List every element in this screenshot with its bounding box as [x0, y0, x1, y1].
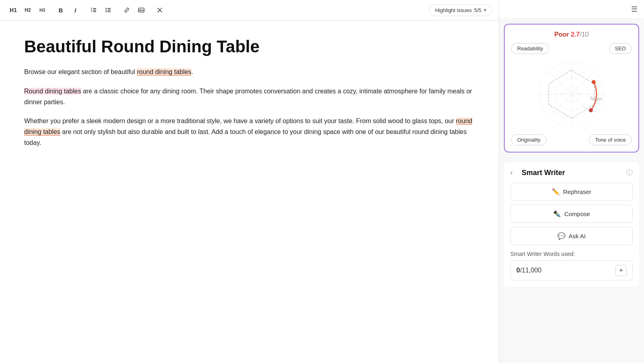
- expand-icon[interactable]: ›: [510, 169, 518, 177]
- highlight-count: 5/5: [474, 7, 481, 13]
- add-words-button[interactable]: +: [615, 265, 627, 276]
- ask-ai-button[interactable]: 💬 Ask AI: [510, 227, 633, 245]
- originality-tab[interactable]: Originality: [511, 134, 547, 145]
- italic-button[interactable]: I: [68, 3, 82, 17]
- score-tabs-row-top: Readability SEO: [511, 43, 632, 54]
- svg-text:3: 3: [91, 10, 92, 12]
- highlight-round-dining-tables-3: round dining tables: [24, 118, 472, 136]
- rephraser-button[interactable]: ✏️ Rephraser: [510, 183, 633, 201]
- unordered-list-button[interactable]: [101, 3, 115, 17]
- ask-ai-icon: 💬: [557, 232, 566, 240]
- image-button[interactable]: [134, 3, 148, 17]
- highlight-round-dining-tables-1: round dining tables: [137, 68, 191, 76]
- paragraph-2: Round dining tables are a classic choice…: [24, 86, 475, 107]
- svg-point-10: [105, 10, 107, 11]
- readability-tab[interactable]: Readability: [511, 43, 549, 54]
- heading-group: H1 H2 H3: [6, 3, 49, 17]
- rephraser-icon: ✏️: [552, 188, 560, 196]
- svg-point-25: [589, 108, 593, 112]
- ask-ai-label: Ask AI: [569, 233, 586, 239]
- h3-button[interactable]: H3: [35, 3, 49, 17]
- highlight-round-dining-tables-2: Round dining tables: [24, 88, 81, 95]
- compose-label: Compose: [564, 210, 590, 217]
- h1-button[interactable]: H1: [6, 3, 20, 17]
- rephraser-label: Rephraser: [563, 188, 591, 195]
- seo-tab[interactable]: SEO: [609, 43, 632, 54]
- score-max: /10: [580, 31, 588, 38]
- svg-rect-12: [138, 8, 144, 12]
- list-group: 1 2 3: [87, 3, 115, 17]
- smart-writer-header: › Smart Writer ⓘ: [510, 169, 633, 177]
- compose-icon: ✒️: [553, 210, 561, 218]
- paragraph-3: Whether you prefer a sleek modern design…: [24, 116, 475, 148]
- svg-rect-7: [107, 10, 111, 10]
- svg-text:Target: Target: [590, 96, 602, 101]
- right-panel: ☰ Poor 2.7/10 Readability SEO: [499, 0, 644, 363]
- words-used-number: 0: [516, 267, 520, 274]
- svg-point-11: [105, 11, 107, 12]
- svg-rect-1: [93, 10, 96, 10]
- editor-section: H1 H2 H3 B I 1 2 3: [0, 0, 499, 363]
- svg-point-9: [105, 8, 107, 9]
- score-status: Poor: [554, 31, 569, 38]
- ordered-list-button[interactable]: 1 2 3: [87, 3, 101, 17]
- words-max: /11,000: [520, 267, 541, 274]
- svg-rect-8: [107, 11, 111, 12]
- insert-group: [120, 3, 148, 17]
- format-group: B I: [54, 3, 82, 17]
- paragraph-1: Browse our elegant section of beautiful …: [24, 66, 475, 77]
- panel-header: ☰: [499, 0, 644, 19]
- smart-writer-section: › Smart Writer ⓘ ✏️ Rephraser ✒️ Compose…: [504, 162, 639, 287]
- tone-of-voice-tab[interactable]: Tone of voice: [589, 134, 632, 145]
- toolbar: H1 H2 H3 B I 1 2 3: [0, 0, 499, 21]
- words-count: 0/11,000: [516, 267, 541, 274]
- chevron-down-icon: ▾: [484, 7, 486, 13]
- info-icon[interactable]: ⓘ: [626, 169, 633, 177]
- article-title[interactable]: Beautiful Round Dining Table: [24, 37, 475, 57]
- clear-format-button[interactable]: T: [153, 3, 167, 17]
- link-button[interactable]: [120, 3, 134, 17]
- bold-button[interactable]: B: [54, 3, 68, 17]
- svg-rect-6: [107, 8, 111, 9]
- svg-point-24: [592, 80, 596, 84]
- score-widget: Poor 2.7/10 Readability SEO: [504, 24, 639, 153]
- highlight-label: Highlight issues: [435, 7, 472, 13]
- svg-text:T: T: [157, 10, 159, 13]
- menu-icon[interactable]: ☰: [631, 5, 638, 14]
- svg-rect-2: [93, 11, 96, 12]
- highlight-issues-button[interactable]: Highlight issues 5/5 ▾: [429, 4, 492, 16]
- smart-writer-title-group: › Smart Writer: [510, 169, 565, 177]
- title-normal-part: Beautiful Round Dining Table: [24, 37, 260, 56]
- score-number: 2.7: [571, 31, 580, 38]
- clear-format-group: T: [153, 3, 167, 17]
- editor-content[interactable]: Beautiful Round Dining Table Browse our …: [0, 21, 499, 363]
- smart-writer-title: Smart Writer: [522, 169, 565, 177]
- score-title: Poor 2.7/10: [511, 31, 632, 38]
- compose-button[interactable]: ✒️ Compose: [510, 205, 633, 223]
- radar-chart: Target: [511, 54, 632, 134]
- svg-rect-0: [93, 8, 96, 9]
- words-count-row: 0/11,000 +: [510, 260, 633, 280]
- score-tabs-row-bottom: Originality Tone of voice: [511, 134, 632, 145]
- score-value: 2.7: [571, 31, 580, 38]
- h2-button[interactable]: H2: [21, 3, 35, 17]
- words-used-label: Smart Writer Words used:: [510, 251, 633, 257]
